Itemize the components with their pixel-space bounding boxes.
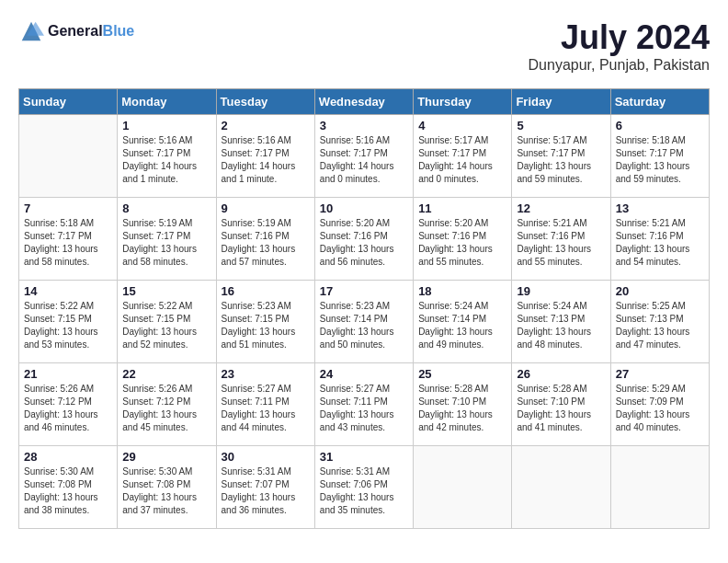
calendar-cell: 9 Sunrise: 5:19 AMSunset: 7:16 PMDayligh… bbox=[216, 198, 314, 281]
day-info: Sunrise: 5:16 AMSunset: 7:17 PMDaylight:… bbox=[222, 134, 310, 186]
day-info: Sunrise: 5:29 AMSunset: 7:09 PMDaylight:… bbox=[616, 383, 704, 434]
calendar-cell: 13 Sunrise: 5:21 AMSunset: 7:16 PMDaylig… bbox=[610, 198, 709, 281]
col-sunday: Sunday bbox=[19, 89, 118, 115]
day-info: Sunrise: 5:17 AMSunset: 7:17 PMDaylight:… bbox=[517, 134, 605, 186]
day-number: 6 bbox=[616, 119, 704, 132]
day-number: 31 bbox=[320, 450, 408, 464]
calendar-cell: 14 Sunrise: 5:22 AMSunset: 7:15 PMDaylig… bbox=[19, 281, 118, 363]
day-info: Sunrise: 5:19 AMSunset: 7:16 PMDaylight:… bbox=[222, 217, 310, 269]
col-monday: Monday bbox=[118, 89, 216, 115]
calendar-cell: 29 Sunrise: 5:30 AMSunset: 7:08 PMDaylig… bbox=[118, 446, 216, 529]
calendar-cell: 18 Sunrise: 5:24 AMSunset: 7:14 PMDaylig… bbox=[414, 281, 512, 363]
day-info: Sunrise: 5:31 AMSunset: 7:07 PMDaylight:… bbox=[222, 465, 310, 517]
calendar-table: Sunday Monday Tuesday Wednesday Thursday… bbox=[18, 88, 710, 529]
calendar-cell: 28 Sunrise: 5:30 AMSunset: 7:08 PMDaylig… bbox=[19, 446, 118, 529]
day-number: 28 bbox=[24, 450, 112, 464]
day-number: 11 bbox=[418, 201, 506, 215]
day-number: 27 bbox=[616, 367, 704, 381]
logo-text-blue: Blue bbox=[103, 23, 135, 39]
day-number: 29 bbox=[122, 450, 210, 464]
day-number: 4 bbox=[418, 119, 506, 132]
calendar-cell: 20 Sunrise: 5:25 AMSunset: 7:13 PMDaylig… bbox=[610, 281, 709, 363]
day-info: Sunrise: 5:30 AMSunset: 7:08 PMDaylight:… bbox=[122, 465, 210, 517]
day-number: 14 bbox=[24, 284, 112, 298]
day-info: Sunrise: 5:18 AMSunset: 7:17 PMDaylight:… bbox=[24, 217, 112, 269]
day-number: 22 bbox=[122, 367, 210, 381]
day-number: 26 bbox=[517, 367, 605, 381]
calendar-cell: 7 Sunrise: 5:18 AMSunset: 7:17 PMDayligh… bbox=[19, 198, 118, 281]
calendar-cell: 11 Sunrise: 5:20 AMSunset: 7:16 PMDaylig… bbox=[414, 198, 512, 281]
day-info: Sunrise: 5:21 AMSunset: 7:16 PMDaylight:… bbox=[616, 217, 704, 269]
calendar-week-3: 14 Sunrise: 5:22 AMSunset: 7:15 PMDaylig… bbox=[19, 281, 710, 363]
day-number: 19 bbox=[517, 284, 605, 298]
day-info: Sunrise: 5:19 AMSunset: 7:17 PMDaylight:… bbox=[122, 217, 210, 269]
day-number: 30 bbox=[222, 450, 310, 464]
day-number: 16 bbox=[222, 284, 310, 298]
calendar-cell: 26 Sunrise: 5:28 AMSunset: 7:10 PMDaylig… bbox=[512, 363, 610, 446]
day-info: Sunrise: 5:21 AMSunset: 7:16 PMDaylight:… bbox=[517, 217, 605, 269]
day-info: Sunrise: 5:25 AMSunset: 7:13 PMDaylight:… bbox=[616, 300, 704, 351]
calendar-cell: 21 Sunrise: 5:26 AMSunset: 7:12 PMDaylig… bbox=[19, 363, 118, 446]
page-header: GeneralBlue July 2024 Dunyapur, Punjab, … bbox=[18, 18, 710, 74]
main-title: July 2024 bbox=[529, 18, 710, 57]
calendar-cell: 4 Sunrise: 5:17 AMSunset: 7:17 PMDayligh… bbox=[414, 115, 512, 198]
calendar-cell: 10 Sunrise: 5:20 AMSunset: 7:16 PMDaylig… bbox=[314, 198, 413, 281]
calendar-cell: 12 Sunrise: 5:21 AMSunset: 7:16 PMDaylig… bbox=[512, 198, 610, 281]
day-number: 2 bbox=[222, 119, 310, 132]
day-info: Sunrise: 5:23 AMSunset: 7:14 PMDaylight:… bbox=[320, 300, 408, 351]
calendar-cell: 8 Sunrise: 5:19 AMSunset: 7:17 PMDayligh… bbox=[118, 198, 216, 281]
calendar-cell: 23 Sunrise: 5:27 AMSunset: 7:11 PMDaylig… bbox=[216, 363, 314, 446]
calendar-week-1: 1 Sunrise: 5:16 AMSunset: 7:17 PMDayligh… bbox=[19, 115, 710, 198]
calendar-cell: 27 Sunrise: 5:29 AMSunset: 7:09 PMDaylig… bbox=[610, 363, 709, 446]
calendar-cell bbox=[512, 446, 610, 529]
day-info: Sunrise: 5:26 AMSunset: 7:12 PMDaylight:… bbox=[24, 383, 112, 434]
subtitle: Dunyapur, Punjab, Pakistan bbox=[529, 57, 710, 74]
calendar-cell: 1 Sunrise: 5:16 AMSunset: 7:17 PMDayligh… bbox=[118, 115, 216, 198]
day-info: Sunrise: 5:24 AMSunset: 7:13 PMDaylight:… bbox=[517, 300, 605, 351]
calendar-cell: 30 Sunrise: 5:31 AMSunset: 7:07 PMDaylig… bbox=[216, 446, 314, 529]
day-info: Sunrise: 5:28 AMSunset: 7:10 PMDaylight:… bbox=[418, 383, 506, 434]
day-number: 1 bbox=[122, 119, 210, 132]
calendar-cell bbox=[414, 446, 512, 529]
day-number: 18 bbox=[418, 284, 506, 298]
day-number: 15 bbox=[122, 284, 210, 298]
day-info: Sunrise: 5:20 AMSunset: 7:16 PMDaylight:… bbox=[418, 217, 506, 269]
calendar-cell: 24 Sunrise: 5:27 AMSunset: 7:11 PMDaylig… bbox=[314, 363, 413, 446]
day-number: 12 bbox=[517, 201, 605, 215]
day-number: 23 bbox=[222, 367, 310, 381]
day-info: Sunrise: 5:18 AMSunset: 7:17 PMDaylight:… bbox=[616, 134, 704, 186]
day-info: Sunrise: 5:31 AMSunset: 7:06 PMDaylight:… bbox=[320, 465, 408, 517]
day-number: 7 bbox=[24, 201, 112, 215]
calendar-cell: 16 Sunrise: 5:23 AMSunset: 7:15 PMDaylig… bbox=[216, 281, 314, 363]
calendar-cell: 5 Sunrise: 5:17 AMSunset: 7:17 PMDayligh… bbox=[512, 115, 610, 198]
calendar-week-5: 28 Sunrise: 5:30 AMSunset: 7:08 PMDaylig… bbox=[19, 446, 710, 529]
day-number: 21 bbox=[24, 367, 112, 381]
col-friday: Friday bbox=[512, 89, 610, 115]
day-info: Sunrise: 5:24 AMSunset: 7:14 PMDaylight:… bbox=[418, 300, 506, 351]
calendar-cell: 3 Sunrise: 5:16 AMSunset: 7:17 PMDayligh… bbox=[314, 115, 413, 198]
title-block: July 2024 Dunyapur, Punjab, Pakistan bbox=[529, 18, 710, 74]
day-number: 5 bbox=[517, 119, 605, 132]
col-saturday: Saturday bbox=[610, 89, 709, 115]
day-info: Sunrise: 5:23 AMSunset: 7:15 PMDaylight:… bbox=[222, 300, 310, 351]
calendar-cell: 31 Sunrise: 5:31 AMSunset: 7:06 PMDaylig… bbox=[314, 446, 413, 529]
day-info: Sunrise: 5:22 AMSunset: 7:15 PMDaylight:… bbox=[122, 300, 210, 351]
calendar-cell: 2 Sunrise: 5:16 AMSunset: 7:17 PMDayligh… bbox=[216, 115, 314, 198]
logo: GeneralBlue bbox=[18, 18, 134, 44]
col-wednesday: Wednesday bbox=[314, 89, 413, 115]
calendar-cell: 25 Sunrise: 5:28 AMSunset: 7:10 PMDaylig… bbox=[414, 363, 512, 446]
day-number: 8 bbox=[122, 201, 210, 215]
day-info: Sunrise: 5:27 AMSunset: 7:11 PMDaylight:… bbox=[320, 383, 408, 434]
day-info: Sunrise: 5:20 AMSunset: 7:16 PMDaylight:… bbox=[320, 217, 408, 269]
day-number: 10 bbox=[320, 201, 408, 215]
calendar-cell: 19 Sunrise: 5:24 AMSunset: 7:13 PMDaylig… bbox=[512, 281, 610, 363]
day-number: 3 bbox=[320, 119, 408, 132]
day-info: Sunrise: 5:16 AMSunset: 7:17 PMDaylight:… bbox=[320, 134, 408, 186]
calendar-week-4: 21 Sunrise: 5:26 AMSunset: 7:12 PMDaylig… bbox=[19, 363, 710, 446]
day-info: Sunrise: 5:17 AMSunset: 7:17 PMDaylight:… bbox=[418, 134, 506, 186]
day-number: 13 bbox=[616, 201, 704, 215]
day-info: Sunrise: 5:27 AMSunset: 7:11 PMDaylight:… bbox=[222, 383, 310, 434]
logo-icon bbox=[18, 18, 44, 44]
calendar-cell bbox=[610, 446, 709, 529]
calendar-cell: 22 Sunrise: 5:26 AMSunset: 7:12 PMDaylig… bbox=[118, 363, 216, 446]
